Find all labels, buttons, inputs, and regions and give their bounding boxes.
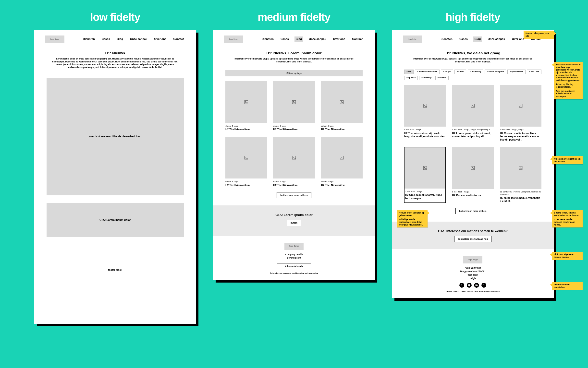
card-title: H2 Titel Nieuwsitem — [321, 184, 363, 187]
cta-button[interactable]: button — [287, 220, 301, 226]
news-card[interactable]: 1 mei 2021 - #tag 1 H2 Cras ac mollis to… — [452, 147, 493, 203]
news-card[interactable]: 5 mei 2021 - #tag1 H2 Titel nieuwsitem z… — [404, 85, 446, 142]
page-title: H1: Nieuws, we delen het graag — [409, 51, 537, 56]
annotation-tags: Elk artikel kan aan één of meerdere tags… — [554, 62, 583, 99]
nav-item[interactable]: Contact — [172, 36, 185, 42]
svg-point-11 — [341, 157, 342, 157]
news-card[interactable]: datum & tagsH2 Titel Nieuwsitem — [321, 81, 363, 131]
legal-links[interactable]: Cookie policy, Privacy policy, Onze verk… — [404, 290, 541, 293]
social-links-bar[interactable]: links social media — [277, 263, 311, 269]
logo-placeholder: logo 3sign — [463, 256, 482, 263]
intro-text: Informatie over de nieuwste Drupal updat… — [409, 58, 537, 63]
facebook-icon[interactable]: f — [459, 283, 464, 288]
nav-item[interactable]: Onze aanpak — [486, 36, 506, 42]
nav-item[interactable]: Onze aanpak — [307, 36, 327, 42]
nav-item[interactable]: Over ons — [511, 36, 525, 42]
filter-bar[interactable]: Filters op tags — [225, 70, 363, 76]
image-placeholder-icon — [273, 137, 315, 178]
image-placeholder-icon — [225, 81, 267, 123]
annotation-hover-nav: Hoover: always on your site — [524, 31, 554, 39]
cta-button[interactable]: contacteer ons vandaag nog — [454, 236, 491, 242]
nav-item-active[interactable]: Blog — [294, 36, 303, 42]
card-title: H2 Nunc lectus neque, venenatis a erat e… — [500, 196, 541, 203]
instagram-icon[interactable]: ◉ — [467, 283, 472, 288]
news-card[interactable]: datum & tagsH2 Titel Nieuwsitem — [225, 137, 267, 187]
nav-item[interactable]: Contact — [351, 36, 364, 42]
nav-item[interactable]: Cases — [100, 36, 111, 42]
cta-heading: CTA: Interesse om met ons samen te werke… — [404, 229, 541, 233]
news-card[interactable]: 4 mei 2021 - #tag 1, #tag2, #langere tag… — [452, 85, 493, 142]
news-card[interactable]: datum & tagsH2 Titel Nieuwsitem — [273, 137, 315, 187]
column-high: high fidelty Hoover: always on your site… — [392, 11, 554, 324]
load-more-button[interactable]: button: toon meer artikels — [277, 192, 311, 198]
tag-chip[interactable]: # seo / sea — [527, 70, 541, 74]
tag-chip[interactable]: # online veiligheid — [485, 70, 506, 74]
column-low: low fidelty logo 3sign Diensten Cases Bl… — [34, 11, 196, 324]
footer-addr: België — [404, 277, 541, 280]
twitter-icon[interactable]: t — [481, 283, 486, 288]
svg-point-19 — [424, 167, 425, 168]
svg-point-23 — [520, 167, 521, 168]
legal-links[interactable]: Gebruiksvoorwaarden, cookie policy, priv… — [225, 272, 363, 275]
news-card[interactable]: datum & tags H2 Titel Nieuwsitem — [225, 81, 267, 131]
footer: logo 3sign +32 9 218 94 20 Burggravenlaa… — [392, 249, 554, 298]
nav-item-active[interactable]: Blog — [473, 36, 482, 42]
tag-chip[interactable]: # website — [435, 76, 449, 80]
linkedin-icon[interactable]: in — [474, 283, 479, 288]
tag-chip[interactable]: # e-mail — [454, 70, 466, 74]
card-title: H2 Titel nieuwsitem zijn vaak lang, dus … — [404, 132, 446, 138]
nav-item[interactable]: Onze aanpak — [129, 36, 148, 42]
nav-item[interactable]: Diensten — [260, 36, 275, 42]
card-meta: datum & tags — [273, 180, 315, 183]
image-placeholder-icon — [500, 147, 541, 189]
image-placeholder-icon — [500, 85, 541, 127]
svg-rect-10 — [340, 156, 344, 159]
card-meta: datum & tags — [225, 180, 267, 183]
title-medium: medium fidelty — [258, 11, 331, 23]
cta-band: CTA: Lorem ipsum dolor button — [213, 205, 375, 236]
news-card-hover[interactable]: 2 mei 2021 - #tag2 H2 Cras ac mollis tor… — [404, 147, 446, 203]
news-card[interactable]: datum & tagsH2 Titel Nieuwsitem — [321, 137, 363, 187]
nav-item[interactable]: Blog — [116, 36, 124, 42]
social-icons: f ◉ in t — [404, 283, 541, 288]
footer-phone[interactable]: +32 9 218 94 20 — [404, 266, 541, 269]
news-card[interactable]: 30 april 2021 - #online veiligheid, #ach… — [500, 147, 541, 203]
svg-point-17 — [520, 105, 521, 106]
svg-point-3 — [293, 101, 294, 102]
wireframe-low: logo 3sign Diensten Cases Blog Onze aanp… — [34, 30, 196, 324]
tag-chip[interactable]: # marketing — [468, 70, 483, 74]
footer: logo 3sign Company details Lorem ipsum l… — [213, 236, 375, 280]
card-title: H2 Cras ac mollis tortor. Nunc lectus ne… — [500, 132, 541, 141]
column-medium: medium fidelty logo 3sign Diensten Cases… — [213, 11, 375, 324]
svg-point-1 — [245, 101, 246, 102]
svg-rect-0 — [245, 100, 248, 104]
load-more-button[interactable]: button: toon meer artikels — [455, 208, 490, 214]
card-meta: datum & tags — [321, 180, 363, 183]
card-meta: 3 mei 2021 - #tag 1, #tag2 — [500, 129, 541, 131]
image-placeholder-icon — [452, 85, 493, 127]
news-card[interactable]: datum & tagsH2 Titel Nieuwsitem — [273, 81, 315, 131]
title-low: low fidelty — [90, 11, 140, 23]
tag-chip[interactable]: # optimalisatie — [507, 70, 526, 74]
tag-chip[interactable]: # achter de schermen — [415, 70, 440, 74]
nav-item[interactable]: Diensten — [439, 36, 454, 42]
nav-item[interactable]: Diensten — [82, 36, 96, 42]
tag-chip[interactable]: # alle — [404, 70, 414, 74]
footer-addr: 9000 Gent — [404, 273, 541, 276]
card-title: H2 Lorem ipsum dolor sit amet, consectet… — [452, 132, 493, 138]
tag-chip[interactable]: # webshop — [419, 76, 434, 80]
nav-item[interactable]: Over ons — [153, 36, 168, 42]
nav-item[interactable]: Cases — [279, 36, 290, 42]
nav-item[interactable]: Over ons — [332, 36, 346, 42]
cta-heading: CTA: Lorem ipsum dolor — [225, 213, 363, 217]
card-meta: 1 mei 2021 - #tag 1 — [452, 191, 493, 193]
nav-item[interactable]: Cases — [458, 36, 469, 42]
card-title: H2 Cras ac mollis tortor. — [452, 194, 493, 197]
card-title: H2 Titel Nieuwsitem — [321, 128, 363, 131]
news-card[interactable]: 3 mei 2021 - #tag 1, #tag2 H2 Cras ac mo… — [500, 85, 541, 142]
annotation-phone: telefoonnummer aanklikbaar — [552, 282, 583, 290]
tag-chip[interactable]: # updates — [404, 76, 418, 80]
news-grid: datum & tags H2 Titel Nieuwsitem datum &… — [225, 81, 363, 187]
tag-chip[interactable]: # drupal — [441, 70, 453, 74]
main-nav: Diensten Cases Blog Onze aanpak Over ons… — [260, 36, 364, 42]
